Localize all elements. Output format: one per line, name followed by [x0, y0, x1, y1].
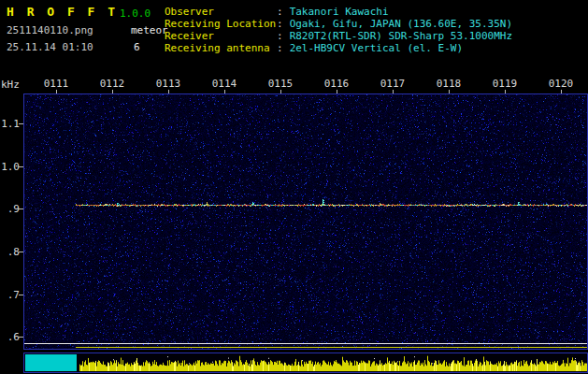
info-separator: :	[277, 30, 283, 42]
x-tick-label: 0117	[380, 78, 406, 90]
x-tick-label: 0118	[437, 78, 462, 90]
spectrogram-canvas	[23, 94, 588, 350]
y-tick-label: .8	[0, 246, 20, 258]
info-row-observer: Observer : Takanori Kawachi	[165, 6, 512, 18]
info-label: Receiving Location	[165, 18, 277, 30]
info-row-location: Receiving Location : Ogaki, Gifu, JAPAN …	[165, 18, 512, 30]
info-separator: :	[277, 6, 283, 18]
info-row-antenna: Receiving antenna : 2el-HB9CV Vertical (…	[165, 42, 512, 54]
y-axis-unit-label: kHz	[1, 79, 20, 91]
info-value: Ogaki, Gifu, JAPAN (136.60E, 35.35N)	[290, 18, 512, 30]
station-info: Observer : Takanori Kawachi Receiving Lo…	[165, 6, 512, 54]
info-value: 2el-HB9CV Vertical (el. E-W)	[290, 42, 463, 54]
app-title: H R O F F T	[7, 5, 118, 19]
observation-mode: meteor	[131, 24, 168, 36]
x-tick-label: 0115	[268, 78, 294, 90]
info-separator: :	[277, 42, 283, 54]
echo-count: 6	[134, 41, 140, 53]
x-tick-label: 0116	[324, 78, 350, 90]
y-tick-label: .6	[0, 331, 20, 343]
signal-level-meter-canvas	[23, 352, 588, 373]
x-tick-label: 0113	[156, 78, 181, 90]
x-tick-label: 0111	[44, 78, 69, 90]
y-tick-label: 1.1	[0, 118, 20, 130]
x-tick-label: 0119	[493, 78, 518, 90]
info-row-receiver: Receiver : R820T2(RTL-SDR) SDR-Sharp 53.…	[165, 30, 512, 42]
info-label: Observer	[165, 6, 277, 18]
x-tick-label: 0112	[100, 78, 125, 90]
x-tick-label: 0120	[549, 78, 574, 90]
info-label: Receiver	[165, 30, 277, 42]
info-label: Receiving antenna	[165, 42, 277, 54]
output-filename: 2511140110.png	[7, 24, 93, 36]
info-separator: :	[277, 18, 283, 30]
x-tick-label: 0114	[212, 78, 237, 90]
y-tick-label: .9	[0, 203, 20, 215]
hrofft-app: H R O F F T 1.0.0 2511140110.png meteor …	[0, 0, 588, 374]
y-tick-label: 1.0	[0, 161, 20, 173]
observation-datetime: 25.11.14 01:10	[7, 41, 93, 53]
y-tick-label: .7	[0, 289, 20, 301]
info-value: R820T2(RTL-SDR) SDR-Sharp 53.1000MHz	[290, 30, 512, 42]
app-version: 1.0.0	[120, 7, 151, 20]
info-value: Takanori Kawachi	[290, 6, 389, 18]
